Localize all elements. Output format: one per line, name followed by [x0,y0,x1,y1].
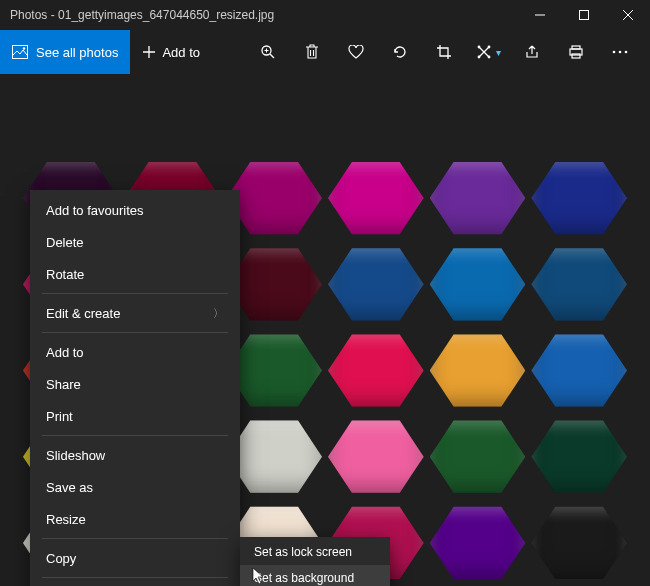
svg-point-4 [477,46,480,49]
crop-button[interactable] [422,30,466,74]
menu-add-favourites[interactable]: Add to favourites [30,194,240,226]
tool-icons: ▾ [246,30,642,74]
plus-icon [142,45,156,59]
print-button[interactable] [554,30,598,74]
close-button[interactable] [606,0,650,30]
svg-rect-0 [580,11,589,20]
file-name-text: 01_gettyimages_647044650_resized.jpg [58,8,274,22]
add-to-label: Add to [162,45,200,60]
svg-point-11 [613,51,616,54]
submenu-background[interactable]: Set as background [240,565,390,586]
maximize-button[interactable] [562,0,606,30]
chevron-right-icon: 〉 [213,306,224,321]
add-to-button[interactable]: Add to [130,30,212,74]
svg-point-12 [619,51,622,54]
favourite-button[interactable] [334,30,378,74]
svg-point-5 [487,46,490,49]
svg-rect-1 [13,46,28,59]
svg-point-13 [625,51,628,54]
more-button[interactable] [598,30,642,74]
chevron-down-icon: ▾ [496,47,501,58]
menu-share[interactable]: Share [30,368,240,400]
menu-add-to[interactable]: Add to [30,336,240,368]
submenu-lock-screen[interactable]: Set as lock screen [240,539,390,565]
see-all-photos-button[interactable]: See all photos [0,30,130,74]
title-bar: Photos - 01_gettyimages_647044650_resize… [0,0,650,30]
toolbar: See all photos Add to [0,30,650,74]
svg-rect-9 [572,46,580,49]
svg-point-2 [23,47,25,49]
menu-rotate[interactable]: Rotate [30,258,240,290]
menu-slideshow[interactable]: Slideshow [30,439,240,471]
svg-rect-10 [572,54,580,58]
app-name-text: Photos [10,8,47,22]
menu-delete[interactable]: Delete [30,226,240,258]
app-title: Photos - 01_gettyimages_647044650_resize… [0,8,274,22]
svg-point-7 [487,56,490,59]
menu-save-as[interactable]: Save as [30,471,240,503]
minimize-button[interactable] [518,0,562,30]
edit-create-button[interactable]: ▾ [466,30,510,74]
delete-button[interactable] [290,30,334,74]
context-menu: Add to favourites Delete Rotate Edit & c… [30,190,240,586]
menu-resize[interactable]: Resize [30,503,240,535]
svg-point-6 [477,56,480,59]
app-window: Photos - 01_gettyimages_647044650_resize… [0,0,650,586]
menu-edit-create[interactable]: Edit & create〉 [30,297,240,329]
menu-copy[interactable]: Copy [30,542,240,574]
rotate-button[interactable] [378,30,422,74]
set-as-submenu: Set as lock screen Set as background [240,537,390,586]
photos-icon [12,45,28,59]
share-button[interactable] [510,30,554,74]
see-all-label: See all photos [36,45,118,60]
menu-open-with[interactable]: Open with [30,581,240,586]
zoom-button[interactable] [246,30,290,74]
menu-print[interactable]: Print [30,400,240,432]
